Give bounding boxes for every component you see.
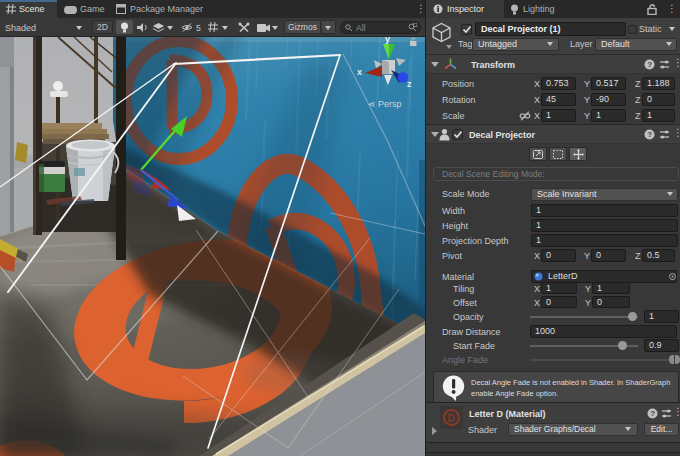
svg-text:?: ? <box>647 60 652 69</box>
svg-text:⋖ Persp: ⋖ Persp <box>368 99 402 109</box>
svg-text:y: y <box>385 37 390 44</box>
svg-text:?: ? <box>650 409 655 418</box>
svg-text:z: z <box>407 79 412 89</box>
svg-text:?: ? <box>647 130 652 139</box>
svg-text:D: D <box>448 413 455 424</box>
svg-text:x: x <box>357 67 362 77</box>
